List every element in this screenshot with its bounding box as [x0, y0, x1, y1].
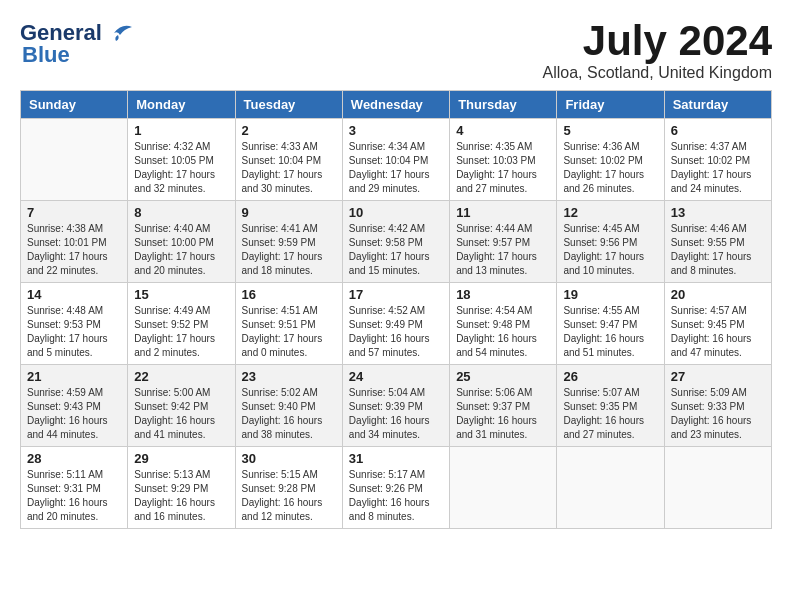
- calendar-cell: [450, 447, 557, 529]
- day-number: 11: [456, 205, 550, 220]
- day-info: Sunrise: 4:42 AM Sunset: 9:58 PM Dayligh…: [349, 222, 443, 278]
- day-number: 7: [27, 205, 121, 220]
- calendar-cell: 7Sunrise: 4:38 AM Sunset: 10:01 PM Dayli…: [21, 201, 128, 283]
- day-info: Sunrise: 4:33 AM Sunset: 10:04 PM Daylig…: [242, 140, 336, 196]
- day-info: Sunrise: 5:17 AM Sunset: 9:26 PM Dayligh…: [349, 468, 443, 524]
- calendar-cell: 10Sunrise: 4:42 AM Sunset: 9:58 PM Dayli…: [342, 201, 449, 283]
- calendar-table: SundayMondayTuesdayWednesdayThursdayFrid…: [20, 90, 772, 529]
- day-info: Sunrise: 5:15 AM Sunset: 9:28 PM Dayligh…: [242, 468, 336, 524]
- day-info: Sunrise: 4:54 AM Sunset: 9:48 PM Dayligh…: [456, 304, 550, 360]
- location: Alloa, Scotland, United Kingdom: [543, 64, 772, 82]
- day-number: 13: [671, 205, 765, 220]
- day-info: Sunrise: 4:57 AM Sunset: 9:45 PM Dayligh…: [671, 304, 765, 360]
- day-info: Sunrise: 5:00 AM Sunset: 9:42 PM Dayligh…: [134, 386, 228, 442]
- day-info: Sunrise: 4:35 AM Sunset: 10:03 PM Daylig…: [456, 140, 550, 196]
- header-monday: Monday: [128, 91, 235, 119]
- calendar-cell: 21Sunrise: 4:59 AM Sunset: 9:43 PM Dayli…: [21, 365, 128, 447]
- calendar-cell: 6Sunrise: 4:37 AM Sunset: 10:02 PM Dayli…: [664, 119, 771, 201]
- calendar-cell: 8Sunrise: 4:40 AM Sunset: 10:00 PM Dayli…: [128, 201, 235, 283]
- day-info: Sunrise: 5:13 AM Sunset: 9:29 PM Dayligh…: [134, 468, 228, 524]
- calendar-cell: 5Sunrise: 4:36 AM Sunset: 10:02 PM Dayli…: [557, 119, 664, 201]
- day-info: Sunrise: 5:11 AM Sunset: 9:31 PM Dayligh…: [27, 468, 121, 524]
- calendar-cell: 20Sunrise: 4:57 AM Sunset: 9:45 PM Dayli…: [664, 283, 771, 365]
- calendar-week-row: 1Sunrise: 4:32 AM Sunset: 10:05 PM Dayli…: [21, 119, 772, 201]
- calendar-cell: 18Sunrise: 4:54 AM Sunset: 9:48 PM Dayli…: [450, 283, 557, 365]
- day-number: 26: [563, 369, 657, 384]
- day-info: Sunrise: 4:55 AM Sunset: 9:47 PM Dayligh…: [563, 304, 657, 360]
- day-number: 1: [134, 123, 228, 138]
- calendar-cell: [557, 447, 664, 529]
- day-number: 2: [242, 123, 336, 138]
- calendar-cell: 24Sunrise: 5:04 AM Sunset: 9:39 PM Dayli…: [342, 365, 449, 447]
- day-number: 29: [134, 451, 228, 466]
- day-info: Sunrise: 4:59 AM Sunset: 9:43 PM Dayligh…: [27, 386, 121, 442]
- calendar-cell: 12Sunrise: 4:45 AM Sunset: 9:56 PM Dayli…: [557, 201, 664, 283]
- logo-bird-icon: [104, 23, 132, 43]
- calendar-cell: [664, 447, 771, 529]
- header-thursday: Thursday: [450, 91, 557, 119]
- day-info: Sunrise: 4:41 AM Sunset: 9:59 PM Dayligh…: [242, 222, 336, 278]
- calendar-cell: 23Sunrise: 5:02 AM Sunset: 9:40 PM Dayli…: [235, 365, 342, 447]
- header-saturday: Saturday: [664, 91, 771, 119]
- calendar-cell: 3Sunrise: 4:34 AM Sunset: 10:04 PM Dayli…: [342, 119, 449, 201]
- day-info: Sunrise: 4:49 AM Sunset: 9:52 PM Dayligh…: [134, 304, 228, 360]
- day-number: 10: [349, 205, 443, 220]
- calendar-cell: 4Sunrise: 4:35 AM Sunset: 10:03 PM Dayli…: [450, 119, 557, 201]
- day-info: Sunrise: 4:46 AM Sunset: 9:55 PM Dayligh…: [671, 222, 765, 278]
- calendar-week-row: 21Sunrise: 4:59 AM Sunset: 9:43 PM Dayli…: [21, 365, 772, 447]
- day-number: 21: [27, 369, 121, 384]
- day-info: Sunrise: 5:06 AM Sunset: 9:37 PM Dayligh…: [456, 386, 550, 442]
- calendar-week-row: 14Sunrise: 4:48 AM Sunset: 9:53 PM Dayli…: [21, 283, 772, 365]
- day-number: 8: [134, 205, 228, 220]
- calendar-cell: 19Sunrise: 4:55 AM Sunset: 9:47 PM Dayli…: [557, 283, 664, 365]
- calendar-cell: 26Sunrise: 5:07 AM Sunset: 9:35 PM Dayli…: [557, 365, 664, 447]
- calendar-cell: 31Sunrise: 5:17 AM Sunset: 9:26 PM Dayli…: [342, 447, 449, 529]
- day-number: 5: [563, 123, 657, 138]
- day-number: 6: [671, 123, 765, 138]
- day-info: Sunrise: 4:40 AM Sunset: 10:00 PM Daylig…: [134, 222, 228, 278]
- calendar-cell: 22Sunrise: 5:00 AM Sunset: 9:42 PM Dayli…: [128, 365, 235, 447]
- day-number: 15: [134, 287, 228, 302]
- calendar-cell: 15Sunrise: 4:49 AM Sunset: 9:52 PM Dayli…: [128, 283, 235, 365]
- day-info: Sunrise: 4:32 AM Sunset: 10:05 PM Daylig…: [134, 140, 228, 196]
- day-number: 28: [27, 451, 121, 466]
- day-number: 12: [563, 205, 657, 220]
- day-info: Sunrise: 4:37 AM Sunset: 10:02 PM Daylig…: [671, 140, 765, 196]
- day-number: 23: [242, 369, 336, 384]
- day-number: 4: [456, 123, 550, 138]
- calendar-cell: 1Sunrise: 4:32 AM Sunset: 10:05 PM Dayli…: [128, 119, 235, 201]
- day-info: Sunrise: 4:48 AM Sunset: 9:53 PM Dayligh…: [27, 304, 121, 360]
- day-info: Sunrise: 5:09 AM Sunset: 9:33 PM Dayligh…: [671, 386, 765, 442]
- calendar-cell: 14Sunrise: 4:48 AM Sunset: 9:53 PM Dayli…: [21, 283, 128, 365]
- day-number: 14: [27, 287, 121, 302]
- month-title: July 2024: [543, 20, 772, 62]
- day-number: 17: [349, 287, 443, 302]
- day-number: 27: [671, 369, 765, 384]
- calendar-cell: 25Sunrise: 5:06 AM Sunset: 9:37 PM Dayli…: [450, 365, 557, 447]
- day-info: Sunrise: 4:44 AM Sunset: 9:57 PM Dayligh…: [456, 222, 550, 278]
- day-info: Sunrise: 4:34 AM Sunset: 10:04 PM Daylig…: [349, 140, 443, 196]
- day-info: Sunrise: 4:51 AM Sunset: 9:51 PM Dayligh…: [242, 304, 336, 360]
- calendar-cell: 9Sunrise: 4:41 AM Sunset: 9:59 PM Daylig…: [235, 201, 342, 283]
- day-info: Sunrise: 5:02 AM Sunset: 9:40 PM Dayligh…: [242, 386, 336, 442]
- day-number: 16: [242, 287, 336, 302]
- day-number: 19: [563, 287, 657, 302]
- header-friday: Friday: [557, 91, 664, 119]
- logo: General Blue: [20, 20, 132, 68]
- day-number: 31: [349, 451, 443, 466]
- calendar-cell: 17Sunrise: 4:52 AM Sunset: 9:49 PM Dayli…: [342, 283, 449, 365]
- calendar-header-row: SundayMondayTuesdayWednesdayThursdayFrid…: [21, 91, 772, 119]
- calendar-cell: 16Sunrise: 4:51 AM Sunset: 9:51 PM Dayli…: [235, 283, 342, 365]
- day-number: 18: [456, 287, 550, 302]
- calendar-cell: 27Sunrise: 5:09 AM Sunset: 9:33 PM Dayli…: [664, 365, 771, 447]
- day-number: 22: [134, 369, 228, 384]
- day-number: 30: [242, 451, 336, 466]
- title-section: July 2024 Alloa, Scotland, United Kingdo…: [543, 20, 772, 82]
- day-number: 20: [671, 287, 765, 302]
- day-info: Sunrise: 4:36 AM Sunset: 10:02 PM Daylig…: [563, 140, 657, 196]
- calendar-cell: 13Sunrise: 4:46 AM Sunset: 9:55 PM Dayli…: [664, 201, 771, 283]
- calendar-cell: 30Sunrise: 5:15 AM Sunset: 9:28 PM Dayli…: [235, 447, 342, 529]
- calendar-week-row: 7Sunrise: 4:38 AM Sunset: 10:01 PM Dayli…: [21, 201, 772, 283]
- calendar-week-row: 28Sunrise: 5:11 AM Sunset: 9:31 PM Dayli…: [21, 447, 772, 529]
- calendar-cell: 28Sunrise: 5:11 AM Sunset: 9:31 PM Dayli…: [21, 447, 128, 529]
